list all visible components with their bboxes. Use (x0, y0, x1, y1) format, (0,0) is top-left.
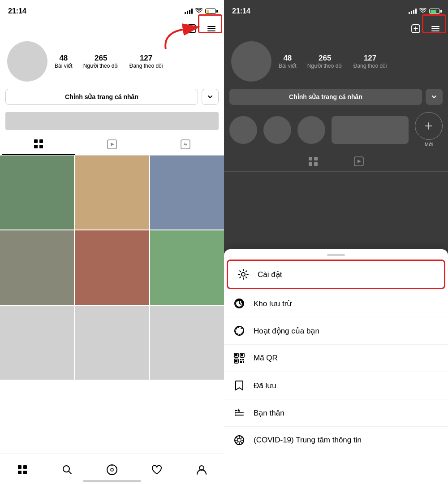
home-indicator-left (83, 480, 141, 482)
photo-cell[interactable] (150, 230, 224, 304)
profile-stats-right: 48 Bài viết 265 Người theo dõi 127 Đang … (279, 54, 441, 69)
stat-posts-right: 48 Bài viết (279, 54, 297, 69)
posts-label-right: Bài viết (279, 63, 297, 69)
right-panel: 21:14 (224, 0, 448, 485)
sheet-item-ban-than[interactable]: Bạn thân (224, 399, 448, 427)
status-icons-right (409, 8, 440, 15)
svg-rect-8 (39, 145, 43, 148)
nav-home-left[interactable] (13, 460, 32, 480)
followers-label-left: Người theo dõi (83, 63, 119, 69)
photo-cell[interactable] (75, 156, 149, 230)
highlight-item[interactable] (297, 116, 325, 144)
photo-cell[interactable] (150, 306, 224, 380)
archive-icon (233, 297, 246, 310)
svg-rect-36 (235, 354, 237, 356)
tab-tagged-left[interactable] (149, 134, 222, 155)
sheet-item-da-luu[interactable]: Đã lưu (224, 372, 448, 399)
highlight-item[interactable] (263, 116, 291, 144)
photo-cell[interactable] (150, 156, 224, 230)
new-highlight-right[interactable]: Mới (415, 112, 443, 147)
stat-following-right: 127 Đang theo dõi (353, 54, 387, 69)
sheet-item-covid[interactable]: (COVID-19) Trung tâm thông tin (224, 427, 448, 454)
svg-point-32 (241, 273, 245, 276)
sheet-item-kho-luu-tru[interactable]: Kho lưu trữ (224, 290, 448, 317)
svg-point-52 (237, 438, 241, 442)
time-right: 21:14 (232, 7, 250, 15)
edit-btn-row-right: Chỉnh sửa trang cá nhân (224, 85, 448, 108)
chevron-button-right[interactable] (426, 89, 443, 105)
covid-label: (COVID-19) Trung tâm thông tin (254, 436, 362, 445)
tab-grid-left[interactable] (2, 134, 75, 155)
svg-point-20 (112, 473, 113, 475)
profile-stats-left: 48 Bài viết 265 Người theo dõi 127 Đang … (55, 54, 217, 69)
nav-profile-left[interactable] (192, 460, 211, 480)
bottom-sheet: Cài đặt Kho lưu trữ (224, 249, 448, 485)
svg-point-18 (111, 468, 113, 471)
edit-profile-button-right[interactable]: Chỉnh sửa trang cá nhân (229, 89, 422, 105)
svg-point-46 (235, 410, 237, 411)
add-button-right[interactable] (409, 22, 423, 36)
edit-profile-button-left[interactable]: Chỉnh sửa trang cá nhân (5, 89, 198, 105)
qr-icon (233, 352, 246, 364)
photo-cell[interactable] (0, 156, 74, 230)
hoat-dong-label: Hoạt động của bạn (254, 326, 319, 336)
posts-count-left: 48 (59, 54, 68, 63)
kho-luu-tru-label: Kho lưu trữ (254, 299, 292, 308)
svg-rect-38 (241, 354, 243, 356)
svg-rect-44 (243, 361, 244, 363)
svg-rect-6 (39, 139, 43, 143)
photo-cell[interactable] (0, 306, 74, 380)
photo-grid-left (0, 156, 224, 380)
posts-label-left: Bài viết (55, 63, 73, 69)
sheet-item-ma-qr[interactable]: Mã QR (224, 345, 448, 372)
followers-count-left: 265 (95, 54, 107, 63)
svg-rect-27 (314, 157, 318, 160)
profile-header-left (0, 20, 224, 38)
add-button-left[interactable] (185, 22, 199, 36)
nav-likes-left[interactable] (147, 460, 167, 480)
sheet-item-cai-dat[interactable]: Cài đặt (228, 261, 444, 288)
sheet-item-hoat-dong[interactable]: Hoạt động của bạn (224, 317, 448, 345)
nav-reels-left[interactable] (102, 460, 122, 480)
nav-search-left[interactable] (57, 460, 77, 480)
highlights-scroll-placeholder (332, 116, 409, 144)
posts-count-right: 48 (283, 54, 292, 63)
avatar-left (7, 41, 47, 82)
svg-rect-29 (314, 162, 318, 166)
wifi-icon-right (419, 8, 426, 15)
following-label-left: Đang theo dõi (129, 63, 163, 69)
photo-cell[interactable] (75, 230, 149, 304)
bottom-nav-left (0, 454, 224, 485)
svg-point-16 (63, 466, 69, 472)
new-highlight-label: Mới (425, 142, 433, 147)
svg-point-19 (112, 464, 113, 466)
covid-icon (233, 434, 246, 446)
left-panel: 21:14 (0, 0, 224, 485)
stat-followers-right: 265 Người theo dõi (307, 54, 343, 69)
avatar-right (231, 41, 271, 82)
svg-point-50 (235, 415, 237, 416)
menu-button-left[interactable] (204, 22, 219, 36)
svg-rect-42 (242, 359, 244, 360)
svg-rect-12 (18, 465, 22, 469)
photo-cell[interactable] (75, 306, 149, 380)
chevron-button-left[interactable] (202, 89, 219, 105)
svg-point-48 (235, 412, 237, 414)
signal-icon-right (409, 9, 417, 14)
following-label-right: Đang theo dõi (353, 63, 387, 69)
da-luu-label: Đã lưu (254, 381, 276, 390)
ban-than-label: Bạn thân (254, 408, 284, 418)
edit-btn-row-left: Chỉnh sửa trang cá nhân (0, 85, 224, 108)
highlight-item[interactable] (229, 116, 257, 144)
tab-reels-left[interactable] (75, 134, 149, 155)
tabs-left (0, 134, 224, 156)
svg-rect-41 (240, 359, 241, 360)
status-bar-left: 21:14 (0, 0, 224, 20)
bookmark-icon (233, 379, 246, 392)
svg-point-17 (107, 465, 117, 475)
svg-rect-28 (309, 162, 312, 166)
menu-button-right[interactable] (428, 22, 443, 36)
tabs-right (224, 151, 448, 172)
cai-dat-label: Cài đặt (258, 270, 282, 279)
photo-cell[interactable] (0, 230, 74, 304)
